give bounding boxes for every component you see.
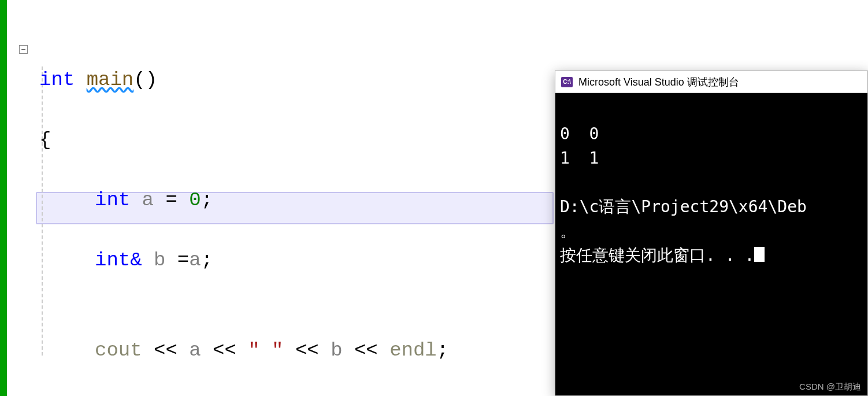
code-line: { bbox=[7, 125, 555, 155]
identifier: b bbox=[331, 339, 342, 361]
identifier: a bbox=[189, 339, 201, 361]
identifier: a bbox=[189, 249, 201, 271]
code-line: int a = 0; bbox=[7, 185, 555, 215]
keyword-type: int bbox=[95, 249, 130, 271]
keyword-type: int bbox=[39, 69, 75, 91]
keyword-type: int bbox=[95, 189, 130, 211]
console-line: 0 0 bbox=[560, 124, 599, 143]
code-editor[interactable]: int main() { int a = 0; int& b =a; cout … bbox=[7, 35, 555, 396]
cursor-icon bbox=[754, 247, 765, 262]
function-name: main bbox=[87, 69, 134, 91]
console-output[interactable]: 0 0 1 1 D:\c语言\Project29\x64\Deb 。 按任意键关… bbox=[555, 93, 867, 297]
console-line: 。 bbox=[560, 221, 576, 240]
number-literal: 0 bbox=[177, 189, 201, 211]
parens: () bbox=[133, 69, 157, 91]
console-title: Microsoft Visual Studio 调试控制台 bbox=[578, 75, 739, 89]
code-line: int main() bbox=[7, 65, 555, 95]
console-line: 按任意键关闭此窗口. . . bbox=[560, 246, 754, 265]
change-marker-bar bbox=[0, 0, 7, 396]
console-line: 1 1 bbox=[560, 149, 599, 168]
identifier: b bbox=[154, 249, 177, 271]
string-literal: " " bbox=[248, 339, 283, 361]
code-line: cout << a << " " << b << endl; bbox=[7, 335, 555, 365]
debug-console-window[interactable]: C:\ Microsoft Visual Studio 调试控制台 0 0 1 … bbox=[555, 71, 868, 396]
console-line: D:\c语言\Project29\x64\Deb bbox=[560, 197, 807, 216]
console-title-bar[interactable]: C:\ Microsoft Visual Studio 调试控制台 bbox=[555, 71, 867, 93]
stream-endl: endl bbox=[390, 339, 437, 361]
identifier: a bbox=[130, 189, 165, 211]
console-app-icon: C:\ bbox=[561, 77, 573, 87]
watermark-text: CSDN @卫胡迪 bbox=[799, 382, 861, 393]
code-line: int& b =a; bbox=[7, 245, 555, 275]
stream-cout: cout bbox=[95, 339, 142, 361]
